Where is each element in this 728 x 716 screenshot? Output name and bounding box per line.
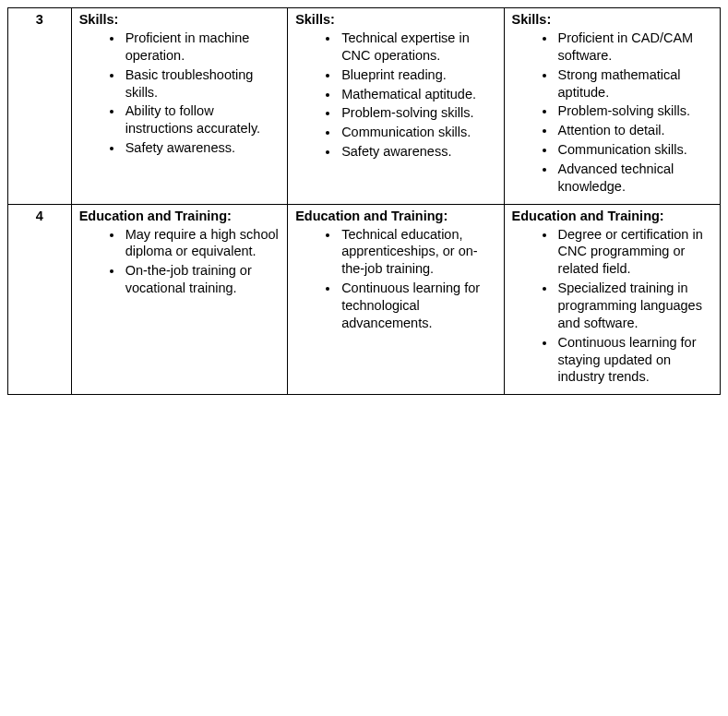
list-item: Problem-solving skills.: [556, 101, 712, 121]
cell-col-2: Skills: Technical expertise in CNC opera…: [288, 8, 504, 205]
list-item: Safety awareness.: [124, 138, 280, 158]
table-row: 4 Education and Training: May require a …: [8, 204, 721, 395]
row-number: 3: [8, 8, 72, 205]
cell-heading: Education and Training:: [79, 209, 280, 223]
cell-col-1: Education and Training: May require a hi…: [71, 204, 287, 395]
list-item: Blueprint reading.: [340, 66, 495, 85]
row-number: 4: [8, 204, 72, 395]
list-item: On-the-job training or vocational traini…: [124, 261, 280, 298]
cell-col-2: Education and Training: Technical educat…: [288, 204, 504, 395]
list-item: Problem-solving skills.: [340, 103, 495, 123]
bullet-list: Degree or certification in CNC programmi…: [512, 225, 712, 388]
list-item: Proficient in CAD/CAM software.: [556, 29, 712, 66]
list-item: Mathematical aptitude.: [340, 85, 495, 104]
table-row: 3 Skills: Proficient in machine operatio…: [8, 8, 721, 205]
comparison-table: 3 Skills: Proficient in machine operatio…: [7, 7, 721, 395]
cell-heading: Skills:: [512, 12, 712, 27]
bullet-list: Proficient in machine operation. Basic t…: [79, 29, 280, 158]
list-item: Attention to detail.: [556, 121, 712, 140]
cell-col-1: Skills: Proficient in machine operation.…: [71, 8, 287, 205]
bullet-list: May require a high school diploma or equ…: [79, 225, 280, 298]
list-item: Proficient in machine operation.: [124, 29, 280, 66]
list-item: Advanced technical knowledge.: [556, 160, 712, 197]
list-item: May require a high school diploma or equ…: [124, 225, 280, 262]
cell-heading: Skills:: [79, 12, 280, 27]
bullet-list: Technical education, apprenticeships, or…: [295, 225, 495, 333]
list-item: Technical expertise in CNC operations.: [340, 29, 495, 66]
list-item: Ability to follow instructions accuratel…: [124, 101, 280, 138]
list-item: Continuous learning for technological ad…: [340, 279, 495, 333]
list-item: Basic troubleshooting skills.: [124, 66, 280, 102]
list-item: Degree or certification in CNC programmi…: [556, 225, 712, 280]
list-item: Communication skills.: [556, 140, 712, 160]
bullet-list: Proficient in CAD/CAM software. Strong m…: [512, 29, 712, 197]
list-item: Specialized training in programming lang…: [556, 279, 712, 333]
list-item: Communication skills.: [340, 123, 495, 142]
cell-col-3: Education and Training: Degree or certif…: [504, 204, 720, 395]
cell-heading: Education and Training:: [512, 209, 712, 223]
cell-col-3: Skills: Proficient in CAD/CAM software. …: [504, 8, 720, 205]
list-item: Safety awareness.: [340, 142, 495, 161]
list-item: Strong mathematical aptitude.: [556, 66, 712, 102]
list-item: Continuous learning for staying updated …: [556, 333, 712, 388]
list-item: Technical education, apprenticeships, or…: [340, 225, 495, 280]
cell-heading: Education and Training:: [295, 209, 495, 223]
cell-heading: Skills:: [295, 12, 495, 27]
bullet-list: Technical expertise in CNC operations. B…: [295, 29, 495, 161]
